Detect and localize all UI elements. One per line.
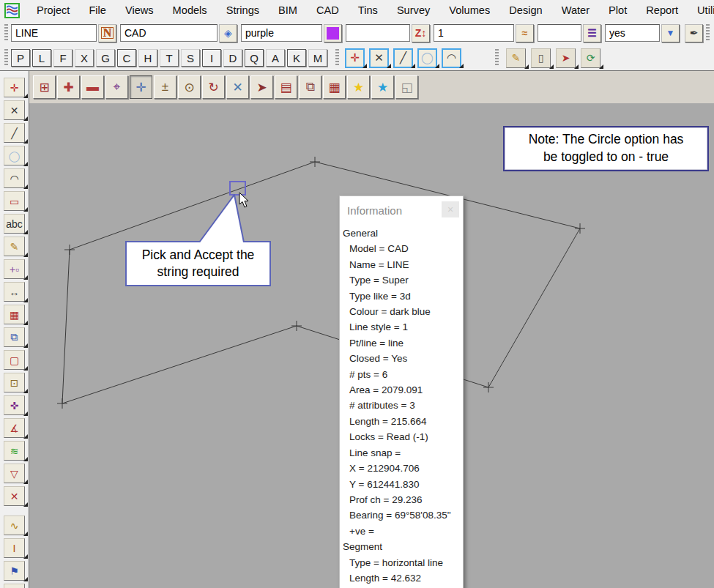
snap-letter-toggle[interactable]: X [75,49,94,67]
arc-snap-button[interactable]: ◠ [442,48,461,68]
menu-item[interactable]: CAD [307,2,349,18]
zoom-previous-button[interactable]: ⊙ [178,75,201,99]
zoom-in-button[interactable]: ✚ [57,75,80,99]
colour-line-tool[interactable]: ≋ [4,441,25,461]
tinable-input[interactable] [605,24,660,42]
polygon-shield-tool[interactable]: ▽ [4,464,25,483]
menu-item[interactable]: Strings [217,2,269,18]
menu-item[interactable]: Utilities [688,2,714,18]
surveyor-tool[interactable]: ⚑ [4,561,25,581]
toolbar-grip[interactable] [4,49,8,67]
menu-item[interactable]: BIM [269,2,307,18]
linestyle-picker-button[interactable]: ≈ [516,24,534,42]
tinable-dropdown-button[interactable]: ▼ [661,24,680,42]
plan-view-canvas[interactable]: Note: The Circle option has be toggled t… [29,103,714,588]
snap-letter-toggle[interactable]: A [266,49,285,67]
arc-tool[interactable]: ◠ [4,168,25,188]
copy-window-tool[interactable]: ⧉ [4,327,25,347]
delete-points-tool[interactable]: ✕ [4,486,25,506]
menu-item[interactable]: Models [163,2,217,18]
snap-letter-toggle[interactable]: G [96,49,115,67]
copy-view-button[interactable]: ⧉ [299,75,321,99]
circle-tool[interactable]: ◯ [4,146,25,165]
close-icon[interactable]: × [442,201,459,217]
linestyle-input[interactable] [434,24,514,42]
zoom-out-button[interactable]: ▬ [81,75,104,99]
colour-picker-button[interactable] [324,24,342,42]
angle-tool[interactable]: ∡ [4,418,25,438]
notes-edit-tool[interactable]: ▤ [4,584,25,588]
favourites-yellow-star-button[interactable]: ★ [347,75,370,99]
toolbar-grip[interactable] [335,49,339,67]
point-tool[interactable]: ✛ [4,78,25,97]
snap-letter-toggle[interactable]: M [308,49,327,67]
cad-page-button[interactable]: ▯ [531,48,551,68]
z-height-button[interactable]: Z↕ [412,24,430,42]
measure-tool[interactable]: ↔ [4,282,25,302]
cad-create-button[interactable]: ✎ [506,48,526,68]
snap-letter-toggle[interactable]: C [117,49,136,67]
redraw-button[interactable]: ↻ [202,75,225,99]
menu-item[interactable]: Design [499,2,551,18]
menu-item[interactable]: Volumes [439,2,499,18]
menu-item[interactable]: Project [27,2,79,18]
snap-letter-toggle[interactable]: I [202,49,221,67]
menu-item[interactable]: Survey [387,2,439,18]
snap-letter-toggle[interactable]: H [138,49,157,67]
model-picker-button[interactable]: ◈ [219,24,237,42]
text-box-tool[interactable]: I [4,538,25,558]
width-input[interactable] [538,24,581,42]
symbol-pencil-tool[interactable]: ✎ [4,237,25,256]
pick-arrow-button[interactable]: ➤ [250,75,273,99]
toolbar-grip[interactable] [706,24,710,42]
menu-item[interactable]: File [79,2,116,18]
snap-letter-toggle[interactable]: D [223,49,242,67]
line-width-button[interactable]: ☰ [583,24,601,42]
snap-letter-toggle[interactable]: P [11,49,30,67]
string-name-input[interactable] [11,24,97,42]
menu-item[interactable]: Plot [599,2,636,18]
eyedropper-button[interactable]: ✒ [685,24,703,42]
snap-letter-toggle[interactable]: K [287,49,306,67]
menu-item[interactable]: Views [116,2,163,18]
view-layout-button[interactable]: ◱ [395,75,418,99]
freehand-tool[interactable]: ∿ [4,516,25,535]
plot-button[interactable]: ▤ [275,75,297,99]
line-tool[interactable]: ╱ [4,123,25,143]
shape-tool[interactable]: ▢ [4,350,25,370]
height-input[interactable] [346,24,410,42]
name-picker-button[interactable]: N [98,24,116,42]
text-tool[interactable]: abc [4,214,25,234]
toolbars-button[interactable]: ▦ [323,75,346,99]
menu-item[interactable]: Report [636,2,688,18]
delete-views-button[interactable]: ✕ [226,75,249,99]
favourites-blue-star-button[interactable]: ★ [371,75,394,99]
colour-input[interactable] [241,24,322,42]
grid-tool[interactable]: ▦ [4,305,25,324]
cross-tool[interactable]: ✕ [4,100,25,120]
snap-letter-toggle[interactable]: F [53,49,72,67]
zoom-window-button[interactable]: ± [154,75,176,99]
snap-letter-toggle[interactable]: T [160,49,179,67]
move-tool[interactable]: ✜ [4,395,25,415]
cad-edit-button[interactable]: ➤ [556,48,576,68]
menu-item[interactable]: Tins [349,2,387,18]
circle-snap-button[interactable]: ◯ [417,48,437,68]
cross-snap-button[interactable]: ✕ [369,48,389,68]
view-menu-button[interactable]: ⊞ [33,75,56,99]
line-snap-button[interactable]: ╱ [393,48,413,68]
image-point-tool[interactable]: ⊡ [4,373,25,392]
point-square-tool[interactable]: +▫ [4,259,25,279]
cad-recalc-button[interactable]: ⟳ [581,48,600,68]
model-input[interactable] [120,24,217,42]
point-snap-button[interactable]: ✛ [345,48,365,68]
information-panel-titlebar[interactable]: Information × [340,196,463,221]
snap-letter-toggle[interactable]: L [32,49,51,67]
snap-letter-toggle[interactable]: S [181,49,200,67]
snap-letter-toggle[interactable]: Q [245,49,264,67]
toolbar-grip[interactable] [4,24,8,42]
pan-button[interactable]: ✛ [130,75,152,99]
zoom-extents-button[interactable]: ⌖ [105,75,128,99]
menu-item[interactable]: Water [552,2,599,18]
toolbar-grip[interactable] [495,49,499,67]
